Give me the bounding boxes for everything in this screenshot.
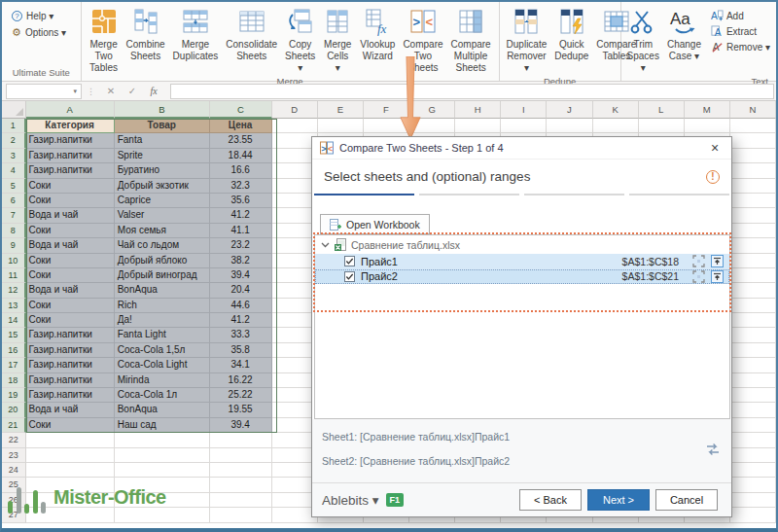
row-header-1[interactable]: 1 bbox=[2, 119, 26, 133]
cell-B17[interactable]: Coca-Cola Light bbox=[115, 358, 210, 372]
cell-A19[interactable]: Газир.напитки bbox=[26, 388, 115, 403]
cell-B23[interactable] bbox=[115, 448, 210, 463]
col-header-B[interactable]: B bbox=[115, 101, 210, 119]
next-button[interactable]: Next > bbox=[587, 489, 650, 511]
row-header-13[interactable]: 13 bbox=[2, 299, 26, 313]
sheet-row-2[interactable]: Прайс2$A$1:$C$21 bbox=[315, 269, 729, 285]
cell-A14[interactable]: Соки bbox=[26, 313, 115, 328]
cell-B1[interactable]: Товар bbox=[115, 119, 210, 133]
cell-C5[interactable]: 32.3 bbox=[210, 179, 272, 194]
select-all-corner[interactable] bbox=[2, 101, 26, 119]
cell-B21[interactable]: Наш сад bbox=[115, 418, 210, 433]
open-workbook-button[interactable]: Open Workbook bbox=[320, 214, 430, 234]
col-header-N[interactable]: N bbox=[730, 101, 776, 119]
cell-A8[interactable]: Соки bbox=[26, 224, 115, 238]
ribbon-button-trim-spaces[interactable]: TrimSpaces ▾ bbox=[623, 4, 663, 74]
cell-C14[interactable]: 41.2 bbox=[210, 313, 272, 328]
cell-K1[interactable] bbox=[593, 119, 639, 133]
cell-N11[interactable] bbox=[730, 268, 776, 283]
col-header-E[interactable]: E bbox=[318, 101, 364, 119]
close-icon[interactable]: × bbox=[706, 139, 724, 157]
col-header-H[interactable]: H bbox=[455, 101, 501, 119]
cell-N22[interactable] bbox=[730, 433, 776, 447]
cell-A16[interactable]: Газир.напитки bbox=[26, 343, 115, 358]
ribbon-button-compare-two-sheets[interactable]: ><CompareTwo Sheets bbox=[399, 4, 446, 74]
cell-C16[interactable]: 35.8 bbox=[210, 343, 272, 358]
cell-N4[interactable] bbox=[730, 163, 776, 178]
cell-N12[interactable] bbox=[730, 283, 776, 298]
name-box[interactable]: ▾ bbox=[6, 84, 82, 99]
row-header-25[interactable]: 25 bbox=[2, 478, 26, 492]
cell-N24[interactable] bbox=[730, 463, 776, 478]
enter-entry-icon[interactable]: ✓ bbox=[122, 86, 143, 96]
cell-B6[interactable]: Caprice bbox=[115, 194, 210, 208]
ribbon-button-vlookup-wizard[interactable]: fxVlookupWizard bbox=[356, 4, 399, 62]
cell-N26[interactable] bbox=[730, 493, 776, 508]
cell-C13[interactable]: 44.6 bbox=[210, 299, 272, 313]
row-header-6[interactable]: 6 bbox=[2, 194, 26, 208]
cell-A6[interactable]: Соки bbox=[26, 194, 115, 208]
ribbon-button-merge-duplicates[interactable]: MergeDuplicates bbox=[169, 4, 223, 62]
cell-B19[interactable]: Coca-Cola 1л bbox=[115, 388, 210, 403]
collapse-dialog-icon[interactable] bbox=[711, 270, 724, 283]
ribbon-small-button-add[interactable]: AAdd bbox=[711, 10, 770, 22]
cell-C22[interactable] bbox=[210, 433, 272, 447]
cell-C20[interactable]: 19.55 bbox=[210, 403, 272, 417]
col-header-A[interactable]: A bbox=[26, 101, 115, 119]
cell-N5[interactable] bbox=[730, 179, 776, 194]
cell-C18[interactable]: 16.22 bbox=[210, 373, 272, 388]
row-header-14[interactable]: 14 bbox=[2, 313, 26, 328]
row-header-15[interactable]: 15 bbox=[2, 328, 26, 342]
cell-B18[interactable]: Mirinda bbox=[115, 373, 210, 388]
cell-A18[interactable]: Газир.напитки bbox=[26, 373, 115, 388]
cell-C7[interactable]: 41.2 bbox=[210, 208, 272, 223]
cell-C19[interactable]: 25.22 bbox=[210, 388, 272, 403]
cell-C6[interactable]: 35.6 bbox=[210, 194, 272, 208]
ribbon-button-combine-sheets[interactable]: CombineSheets bbox=[123, 4, 169, 62]
cell-H1[interactable] bbox=[455, 119, 501, 133]
cell-N16[interactable] bbox=[730, 343, 776, 358]
cell-A23[interactable] bbox=[26, 448, 115, 463]
cell-N23[interactable] bbox=[730, 448, 776, 463]
cell-A5[interactable]: Соки bbox=[26, 179, 115, 194]
cell-A20[interactable]: Вода и чай bbox=[26, 403, 115, 417]
ablebits-menu[interactable]: Ablebits ▾ bbox=[322, 492, 379, 508]
f1-help-badge[interactable]: F1 bbox=[386, 493, 405, 507]
cell-D1[interactable] bbox=[272, 119, 318, 133]
cell-C25[interactable] bbox=[210, 478, 272, 492]
row-header-4[interactable]: 4 bbox=[2, 163, 26, 178]
cell-A21[interactable]: Соки bbox=[26, 418, 115, 433]
cell-B20[interactable]: BonAqua bbox=[115, 403, 210, 417]
cell-C4[interactable]: 16.6 bbox=[210, 163, 272, 178]
cell-A17[interactable]: Газир.напитки bbox=[26, 358, 115, 372]
row-header-18[interactable]: 18 bbox=[2, 373, 26, 388]
row-header-8[interactable]: 8 bbox=[2, 224, 26, 238]
ribbon-button-change-case[interactable]: AaChangeCase ▾ bbox=[663, 4, 705, 74]
cell-N13[interactable] bbox=[730, 299, 776, 313]
cell-A1[interactable]: Категория bbox=[26, 119, 115, 133]
col-header-M[interactable]: M bbox=[685, 101, 730, 119]
cell-B4[interactable]: Буратино bbox=[115, 163, 210, 178]
cell-N21[interactable] bbox=[730, 418, 776, 433]
row-header-23[interactable]: 23 bbox=[2, 448, 26, 463]
cancel-entry-icon[interactable]: ✕ bbox=[100, 86, 122, 96]
cell-A24[interactable] bbox=[26, 463, 115, 478]
cell-A15[interactable]: Газир.напитки bbox=[26, 328, 115, 342]
col-header-L[interactable]: L bbox=[639, 101, 685, 119]
cell-C2[interactable]: 23.55 bbox=[210, 133, 272, 148]
col-header-D[interactable]: D bbox=[272, 101, 318, 119]
select-range-icon[interactable] bbox=[692, 255, 705, 267]
cell-C27[interactable] bbox=[210, 508, 272, 522]
cell-C8[interactable]: 41.1 bbox=[210, 224, 272, 238]
ribbon-button-merge-cells[interactable]: MergeCells ▾ bbox=[319, 4, 356, 74]
ribbon-button-consolidate-sheets[interactable]: ConsolidateSheets bbox=[222, 4, 281, 62]
cell-A26[interactable] bbox=[26, 493, 115, 508]
cell-A25[interactable] bbox=[26, 478, 115, 492]
cancel-button[interactable]: Cancel bbox=[655, 489, 718, 511]
ribbon-button-copy-sheets[interactable]: CopySheets ▾ bbox=[281, 4, 319, 74]
cell-A3[interactable]: Газир.напитки bbox=[26, 149, 115, 163]
cell-C1[interactable]: Цена bbox=[210, 119, 272, 133]
cell-B27[interactable] bbox=[115, 508, 210, 522]
cell-B9[interactable]: Чай со льдом bbox=[115, 238, 210, 253]
cell-C3[interactable]: 18.44 bbox=[210, 149, 272, 163]
